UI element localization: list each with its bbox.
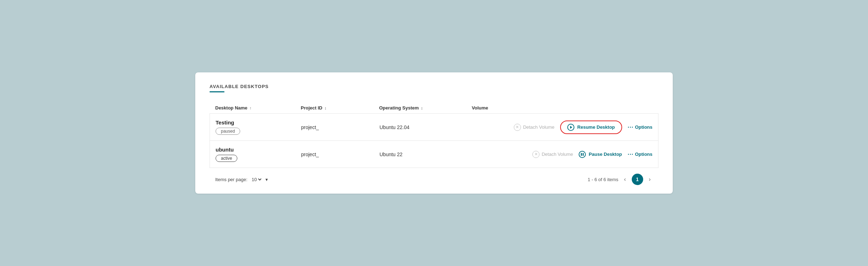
table-header: Desktop Name ↑ Project ID ↕ Operating Sy…: [210, 102, 658, 114]
col-os: Operating System ↕: [379, 105, 472, 111]
pause-desktop-button[interactable]: Pause Desktop: [579, 151, 622, 158]
table-row: ubuntu active project_ Ubuntu 22 ✕ Detac…: [210, 141, 658, 168]
options-dots-icon: ···: [628, 151, 634, 158]
title-underline: [210, 91, 224, 92]
play-icon: [567, 124, 574, 131]
pagination: 1 - 6 of 6 items ‹ 1 ›: [588, 174, 653, 185]
resume-desktop-button[interactable]: Resume Desktop: [560, 121, 622, 134]
current-page-indicator: 1: [632, 174, 643, 185]
row-actions-ubuntu: ✕ Detach Volume Pause Desktop ··· Option…: [472, 151, 652, 158]
os-testing: Ubuntu 22.04: [379, 124, 472, 130]
desktop-info-ubuntu: ubuntu active: [216, 147, 301, 162]
options-button-ubuntu[interactable]: ··· Options: [628, 151, 652, 158]
row-actions-testing: ✕ Detach Volume Resume Desktop ··· Optio…: [472, 121, 652, 134]
section-title: AVAILABLE DESKTOPS: [210, 84, 658, 89]
sort-icon-name[interactable]: ↑: [249, 106, 252, 110]
pause-icon: [579, 151, 586, 158]
next-page-button[interactable]: ›: [647, 175, 653, 184]
project-id-ubuntu: project_: [301, 152, 379, 157]
status-badge-paused: paused: [216, 128, 240, 135]
desktop-name: ubuntu: [216, 147, 301, 153]
chevron-down-icon: ▾: [265, 177, 268, 182]
sort-icon-project[interactable]: ↕: [325, 106, 327, 110]
col-project-id: Project ID ↕: [301, 105, 379, 111]
desktop-name: Testing: [216, 119, 301, 126]
os-ubuntu: Ubuntu 22: [379, 152, 472, 157]
options-dots-icon: ···: [628, 124, 634, 131]
table-footer: Items per page: 10 20 50 ▾ 1 - 6 of 6 it…: [210, 168, 658, 185]
prev-page-button[interactable]: ‹: [622, 175, 628, 184]
detach-x-icon: ✕: [532, 151, 539, 158]
options-button-testing[interactable]: ··· Options: [628, 124, 652, 131]
table-row: Testing paused project_ Ubuntu 22.04 ✕ D…: [210, 114, 658, 141]
detach-volume-button-ubuntu[interactable]: ✕ Detach Volume: [532, 151, 573, 158]
detach-x-icon: ✕: [514, 124, 521, 131]
desktop-info-testing: Testing paused: [216, 119, 301, 135]
project-id-testing: project_: [301, 124, 379, 130]
sort-icon-os[interactable]: ↕: [421, 106, 423, 110]
items-per-page-select[interactable]: 10 20 50: [250, 177, 263, 183]
page-info: 1 - 6 of 6 items: [588, 177, 618, 182]
status-badge-active: active: [216, 155, 237, 162]
available-desktops-card: AVAILABLE DESKTOPS Desktop Name ↑ Projec…: [195, 72, 673, 194]
detach-volume-button[interactable]: ✕ Detach Volume: [514, 124, 554, 131]
col-desktop-name: Desktop Name ↑: [215, 105, 301, 111]
col-volume: Volume: [472, 105, 653, 111]
items-per-page: Items per page: 10 20 50 ▾: [215, 177, 268, 183]
